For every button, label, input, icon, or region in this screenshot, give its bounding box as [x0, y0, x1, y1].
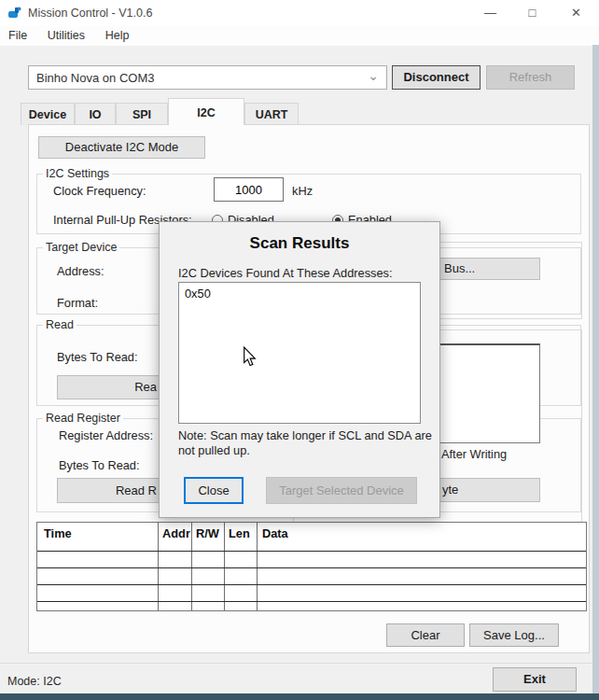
read-bytes-label: Bytes To Read:: [57, 350, 138, 364]
mouse-cursor-icon: [243, 346, 257, 367]
device-select-value: Binho Nova on COM3: [36, 71, 154, 85]
after-writing-label: After Writing: [441, 447, 507, 461]
i2c-settings-title: I2C Settings: [43, 167, 112, 180]
scan-note: Note: Scan may take longer if SCL and SD…: [178, 428, 432, 458]
target-device-title: Target Device: [43, 241, 119, 254]
readreg-bytes-label: Bytes To Read:: [59, 458, 140, 472]
window-edge-bottom: [0, 693, 599, 700]
maximize-icon[interactable]: □: [511, 0, 553, 26]
read-register-button[interactable]: Read R: [57, 478, 160, 503]
log-table[interactable]: Time Addr R/W Len Data: [36, 522, 587, 611]
disconnect-button[interactable]: Disconnect: [392, 65, 481, 90]
device-list[interactable]: 0x50: [178, 282, 421, 424]
tab-spi[interactable]: SPI: [116, 103, 168, 125]
dialog-title: Scan Results: [160, 234, 439, 253]
clock-frequency-label: Clock Frequency:: [53, 184, 146, 198]
minimize-icon[interactable]: —: [469, 0, 511, 26]
exit-button[interactable]: Exit: [493, 667, 577, 692]
mode-status: Mode: I2C: [7, 675, 62, 688]
tab-uart[interactable]: UART: [244, 103, 299, 125]
menu-file[interactable]: File: [0, 26, 35, 45]
target-selected-device-button: Target Selected Device: [266, 477, 417, 504]
save-log-button[interactable]: Save Log...: [469, 623, 559, 647]
tab-i2c[interactable]: I2C: [168, 98, 244, 125]
menu-bar: File Utilities Help: [0, 26, 599, 46]
register-address-label: Register Address:: [59, 428, 153, 442]
chevron-down-icon: ⌄: [368, 68, 379, 83]
read-button[interactable]: Rea: [57, 375, 160, 399]
close-icon[interactable]: ✕: [555, 0, 597, 26]
status-bar: Mode: I2C Exit: [0, 663, 599, 693]
clock-frequency-input[interactable]: [214, 177, 284, 202]
clear-button[interactable]: Clear: [386, 623, 465, 647]
read-title: Read: [43, 318, 77, 331]
tab-io[interactable]: IO: [75, 103, 116, 125]
clock-unit-label: kHz: [292, 184, 313, 198]
window-edge-right: [592, 45, 599, 693]
close-button[interactable]: Close: [184, 477, 244, 504]
app-window: Mission Control - V1.0.6 — □ ✕ File Util…: [0, 0, 599, 700]
deactivate-i2c-button[interactable]: Deactivate I2C Mode: [38, 136, 205, 159]
col-rw: R/W: [196, 526, 219, 540]
col-len: Len: [229, 526, 250, 540]
address-label: Address:: [57, 264, 104, 278]
devices-found-label: I2C Devices Found At These Addresses:: [178, 266, 393, 280]
col-data: Data: [262, 526, 288, 540]
menu-help[interactable]: Help: [97, 26, 138, 45]
window-title: Mission Control - V1.0.6: [28, 7, 152, 20]
device-select[interactable]: Binho Nova on COM3 ⌄: [28, 65, 387, 90]
app-icon: [7, 6, 22, 21]
refresh-button: Refresh: [486, 65, 575, 90]
col-addr: Addr: [162, 526, 190, 540]
tab-device[interactable]: Device: [21, 103, 75, 125]
format-label: Format:: [57, 296, 98, 310]
title-bar: Mission Control - V1.0.6 — □ ✕: [0, 0, 599, 26]
col-time: Time: [44, 526, 72, 540]
menu-utilities[interactable]: Utilities: [39, 26, 93, 45]
read-register-title: Read Register: [43, 412, 123, 425]
device-list-item[interactable]: 0x50: [185, 287, 211, 301]
scan-results-dialog: Scan Results I2C Devices Found At These …: [159, 221, 440, 518]
